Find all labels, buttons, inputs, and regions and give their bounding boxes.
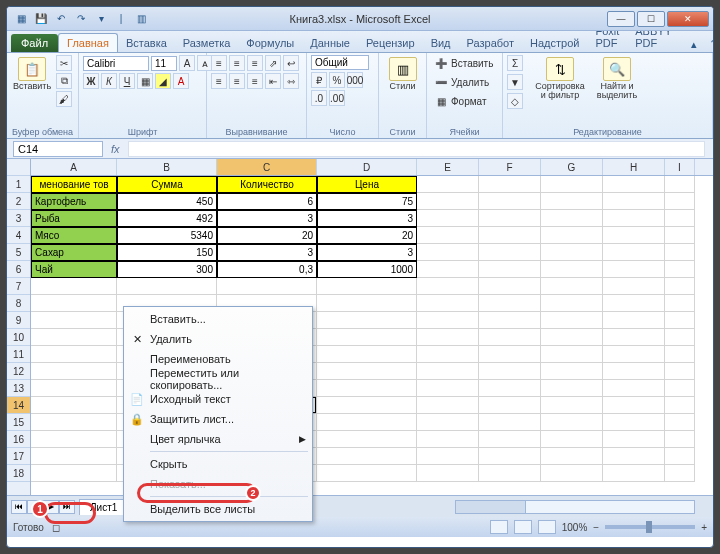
cell[interactable] bbox=[541, 363, 603, 380]
row-header[interactable]: 7 bbox=[7, 278, 30, 295]
view-break-icon[interactable] bbox=[538, 520, 556, 534]
row-header[interactable]: 6 bbox=[7, 261, 30, 278]
cell[interactable] bbox=[665, 397, 695, 414]
cell[interactable] bbox=[665, 448, 695, 465]
row-header[interactable]: 17 bbox=[7, 448, 30, 465]
merge-icon[interactable]: ⇿ bbox=[283, 73, 299, 89]
cell[interactable] bbox=[665, 329, 695, 346]
cell[interactable] bbox=[665, 278, 695, 295]
cell[interactable]: менование тов bbox=[31, 176, 117, 193]
context-menu-item[interactable]: Вставить... bbox=[126, 309, 310, 329]
cell[interactable] bbox=[317, 295, 417, 312]
cell[interactable] bbox=[479, 414, 541, 431]
cell[interactable] bbox=[417, 465, 479, 482]
horizontal-scrollbar[interactable] bbox=[455, 500, 695, 514]
cell[interactable] bbox=[31, 295, 117, 312]
cell[interactable] bbox=[479, 397, 541, 414]
cell[interactable] bbox=[603, 278, 665, 295]
col-header[interactable]: B bbox=[117, 159, 217, 175]
tab-view[interactable]: Вид bbox=[423, 34, 459, 52]
cell[interactable] bbox=[603, 431, 665, 448]
cell[interactable] bbox=[541, 465, 603, 482]
cell[interactable] bbox=[603, 380, 665, 397]
cell[interactable]: Сумма bbox=[117, 176, 217, 193]
sort-filter-button[interactable]: ⇅ Сортировка и фильтр bbox=[532, 55, 588, 102]
cell[interactable] bbox=[541, 380, 603, 397]
name-box[interactable]: C14 bbox=[13, 141, 103, 157]
cell[interactable] bbox=[603, 329, 665, 346]
border-icon[interactable]: ▦ bbox=[137, 73, 153, 89]
minimize-button[interactable]: — bbox=[607, 11, 635, 27]
fill-color-icon[interactable]: ◢ bbox=[155, 73, 171, 89]
cell[interactable] bbox=[541, 414, 603, 431]
col-header[interactable]: H bbox=[603, 159, 665, 175]
cell[interactable] bbox=[31, 465, 117, 482]
currency-icon[interactable]: ₽ bbox=[311, 72, 327, 88]
cell[interactable] bbox=[541, 431, 603, 448]
cell[interactable] bbox=[317, 380, 417, 397]
row-header[interactable]: 11 bbox=[7, 346, 30, 363]
align-left-icon[interactable]: ≡ bbox=[211, 73, 227, 89]
cell[interactable] bbox=[417, 397, 479, 414]
insert-cells-button[interactable]: ➕Вставить bbox=[431, 55, 496, 71]
cell[interactable] bbox=[603, 414, 665, 431]
col-header[interactable]: E bbox=[417, 159, 479, 175]
cell[interactable]: 3 bbox=[217, 244, 317, 261]
context-menu-item[interactable]: Цвет ярлычка▶ bbox=[126, 429, 310, 449]
cell[interactable] bbox=[317, 414, 417, 431]
row-header[interactable]: 13 bbox=[7, 380, 30, 397]
tab-home[interactable]: Главная bbox=[58, 33, 118, 52]
cell[interactable] bbox=[317, 465, 417, 482]
cell[interactable] bbox=[541, 329, 603, 346]
cell[interactable] bbox=[665, 312, 695, 329]
tab-developer[interactable]: Разработ bbox=[459, 34, 522, 52]
col-header[interactable]: A bbox=[31, 159, 117, 175]
clear-icon[interactable]: ◇ bbox=[507, 93, 523, 109]
align-right-icon[interactable]: ≡ bbox=[247, 73, 263, 89]
row-header[interactable]: 9 bbox=[7, 312, 30, 329]
cell[interactable] bbox=[31, 448, 117, 465]
format-painter-icon[interactable]: 🖌 bbox=[56, 91, 72, 107]
cell[interactable] bbox=[317, 448, 417, 465]
cell[interactable] bbox=[31, 431, 117, 448]
cell[interactable]: Сахар bbox=[31, 244, 117, 261]
col-header[interactable]: F bbox=[479, 159, 541, 175]
col-header[interactable]: G bbox=[541, 159, 603, 175]
cell[interactable] bbox=[479, 465, 541, 482]
cell[interactable] bbox=[479, 312, 541, 329]
cell[interactable]: 492 bbox=[117, 210, 217, 227]
select-all-corner[interactable] bbox=[7, 159, 30, 176]
context-menu-item[interactable]: ✕Удалить bbox=[126, 329, 310, 349]
cell[interactable]: 5340 bbox=[117, 227, 217, 244]
cell[interactable] bbox=[417, 448, 479, 465]
view-normal-icon[interactable] bbox=[490, 520, 508, 534]
cell[interactable] bbox=[665, 431, 695, 448]
number-format-select[interactable]: Общий bbox=[311, 55, 369, 70]
font-size-select[interactable]: 11 bbox=[151, 56, 177, 71]
underline-button[interactable]: Ч bbox=[119, 73, 135, 89]
cell[interactable] bbox=[31, 312, 117, 329]
cell[interactable]: 20 bbox=[217, 227, 317, 244]
cell[interactable]: 6 bbox=[217, 193, 317, 210]
cell[interactable] bbox=[603, 363, 665, 380]
qat-more-icon[interactable]: ▾ bbox=[93, 11, 109, 27]
cell[interactable] bbox=[31, 380, 117, 397]
cell[interactable] bbox=[317, 329, 417, 346]
cell[interactable] bbox=[317, 397, 417, 414]
context-menu-item[interactable]: Выделить все листы bbox=[126, 499, 310, 519]
paste-button[interactable]: 📋 Вставить bbox=[11, 55, 53, 93]
cell[interactable] bbox=[541, 278, 603, 295]
row-header[interactable]: 2 bbox=[7, 193, 30, 210]
cell[interactable]: 3 bbox=[317, 244, 417, 261]
save-icon[interactable]: 💾 bbox=[33, 11, 49, 27]
cell[interactable]: Картофель bbox=[31, 193, 117, 210]
cell[interactable] bbox=[317, 312, 417, 329]
cell[interactable]: 3 bbox=[217, 210, 317, 227]
cell[interactable] bbox=[541, 312, 603, 329]
orientation-icon[interactable]: ⇗ bbox=[265, 55, 281, 71]
row-header[interactable]: 1 bbox=[7, 176, 30, 193]
cell[interactable] bbox=[417, 295, 479, 312]
col-header[interactable]: I bbox=[665, 159, 695, 175]
undo-icon[interactable]: ↶ bbox=[53, 11, 69, 27]
cell[interactable] bbox=[665, 346, 695, 363]
